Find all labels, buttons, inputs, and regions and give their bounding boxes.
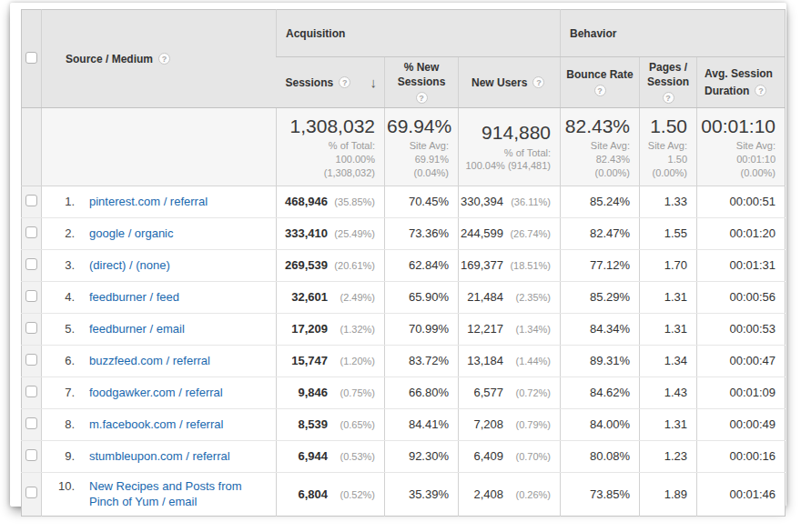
avg-duration-cell: 00:01:46 xyxy=(697,472,786,516)
summary-row: 1,308,032 % of Total: 100.00% (1,308,032… xyxy=(22,108,786,186)
row-checkbox[interactable] xyxy=(25,258,37,270)
sessions-value: 6,944 xyxy=(298,449,328,463)
sessions-cell: 6,804(0.52%) xyxy=(277,472,385,516)
new-sessions-cell: 66.80% xyxy=(385,376,459,408)
help-icon[interactable]: ? xyxy=(594,85,606,96)
new-users-value: 6,577 xyxy=(473,386,503,399)
sessions-value: 32,601 xyxy=(291,290,328,304)
row-rank: 9. xyxy=(53,448,75,465)
column-label: Sessions xyxy=(286,76,334,89)
help-icon[interactable]: ? xyxy=(416,92,428,104)
select-all-checkbox[interactable] xyxy=(25,52,37,64)
summary-subtext: Site Avg: xyxy=(387,139,449,153)
row-checkbox-cell xyxy=(22,313,42,345)
row-rank: 6. xyxy=(53,353,75,369)
group-header-behavior: Behavior xyxy=(561,10,786,57)
new-sessions-cell: 73.36% xyxy=(385,217,459,249)
source-medium-link[interactable]: feedburner / feed xyxy=(89,289,179,306)
row-checkbox[interactable] xyxy=(25,449,37,461)
column-header-source-medium[interactable]: Source / Medium? xyxy=(42,10,277,108)
sessions-percent: (1.20%) xyxy=(328,356,375,366)
column-label: New Users xyxy=(471,76,527,89)
row-rank: 7. xyxy=(53,385,75,401)
bounce-rate-cell: 84.62% xyxy=(561,376,640,408)
sessions-value: 9,846 xyxy=(298,386,328,399)
new-users-percent: (18.51%) xyxy=(503,260,551,271)
table-row: 2. google / organic 333,410(25.49%) 73.3… xyxy=(22,217,786,249)
column-header-new-sessions[interactable]: % New Sessions ? xyxy=(385,57,459,108)
new-users-value: 7,208 xyxy=(473,417,503,431)
source-medium-link[interactable]: buzzfeed.com / referral xyxy=(89,353,210,369)
row-checkbox-cell xyxy=(22,472,42,516)
avg-duration-cell: 00:00:49 xyxy=(697,408,786,440)
bounce-rate-cell: 85.24% xyxy=(561,186,640,217)
source-medium-link[interactable]: New Recipes and Posts from Pinch of Yum … xyxy=(89,478,270,510)
new-sessions-cell: 84.41% xyxy=(385,408,459,440)
sessions-percent: (0.65%) xyxy=(328,419,375,430)
sessions-percent: (0.53%) xyxy=(328,451,375,462)
help-icon[interactable]: ? xyxy=(532,76,544,88)
column-header-pages-session[interactable]: Pages / Session ? xyxy=(640,57,697,108)
group-header-acquisition: Acquisition xyxy=(277,10,561,57)
sessions-percent: (0.52%) xyxy=(328,489,375,500)
column-label: Bounce Rate xyxy=(566,68,633,83)
report-table-panel: Source / Medium? Acquisition Behavior Se… xyxy=(10,3,786,507)
source-medium-cell: 6. buzzfeed.com / referral xyxy=(42,345,277,376)
row-checkbox[interactable] xyxy=(25,195,37,206)
source-medium-link[interactable]: foodgawker.com / referral xyxy=(89,385,223,401)
help-icon[interactable]: ? xyxy=(158,53,170,65)
table-row: 6. buzzfeed.com / referral 15,747(1.20%)… xyxy=(22,345,786,376)
summary-subtext: 82.43% xyxy=(563,153,630,166)
avg-duration-cell: 00:00:56 xyxy=(697,281,786,313)
sessions-value: 6,804 xyxy=(298,487,328,501)
bounce-rate-cell: 80.08% xyxy=(561,440,640,472)
column-header-bounce-rate[interactable]: Bounce Rate ? xyxy=(561,57,640,108)
table-row: 3. (direct) / (none) 269,539(20.61%) 62.… xyxy=(22,249,786,281)
row-checkbox[interactable] xyxy=(25,417,37,429)
row-checkbox[interactable] xyxy=(25,487,37,498)
source-medium-link[interactable]: feedburner / email xyxy=(89,321,185,337)
source-medium-link[interactable]: pinterest.com / referral xyxy=(89,194,208,210)
group-header-row: Source / Medium? Acquisition Behavior xyxy=(22,10,786,57)
row-rank: 5. xyxy=(53,321,75,337)
avg-duration-cell: 00:01:09 xyxy=(697,376,786,408)
summary-pages-session: 1.50 Site Avg: 1.50 (0.00%) xyxy=(640,108,697,186)
new-users-percent: (0.26%) xyxy=(503,489,551,500)
table-body: 1,308,032 % of Total: 100.00% (1,308,032… xyxy=(22,108,786,517)
help-icon[interactable]: ? xyxy=(339,76,350,88)
column-header-avg-session-duration[interactable]: Avg. Session Duration? xyxy=(697,57,786,108)
dimension-header-label: Source / Medium xyxy=(66,53,153,65)
source-medium-link[interactable]: stumbleupon.com / referral xyxy=(89,448,230,465)
row-checkbox[interactable] xyxy=(25,386,37,397)
table-row: 9. stumbleupon.com / referral 6,944(0.53… xyxy=(22,440,786,472)
help-icon[interactable]: ? xyxy=(663,92,674,104)
new-users-percent: (36.11%) xyxy=(503,196,551,207)
summary-subtext: 69.91% xyxy=(387,153,449,166)
column-header-sessions[interactable]: Sessions? ↓ xyxy=(277,57,385,108)
row-checkbox[interactable] xyxy=(25,290,37,302)
table-row: 4. feedburner / feed 32,601(2.49%) 65.90… xyxy=(22,281,786,313)
column-label: % New Sessions xyxy=(385,61,458,89)
row-checkbox[interactable] xyxy=(25,322,37,334)
new-sessions-cell: 62.84% xyxy=(385,249,459,281)
column-header-new-users[interactable]: New Users? xyxy=(459,57,561,108)
sessions-cell: 8,539(0.65%) xyxy=(277,408,385,440)
source-medium-cell: 2. google / organic xyxy=(42,217,277,249)
sessions-value: 333,410 xyxy=(285,226,328,240)
pages-session-cell: 1.70 xyxy=(640,249,697,281)
row-rank: 1. xyxy=(53,194,75,210)
new-users-cell: 12,217(1.34%) xyxy=(459,313,561,345)
new-users-cell: 13,184(1.44%) xyxy=(459,345,561,376)
row-checkbox[interactable] xyxy=(25,226,37,238)
new-sessions-cell: 70.45% xyxy=(385,186,459,217)
source-medium-link[interactable]: google / organic xyxy=(89,226,174,242)
help-icon[interactable]: ? xyxy=(755,85,766,96)
new-users-value: 169,377 xyxy=(461,258,503,272)
sessions-percent: (1.32%) xyxy=(328,324,375,335)
new-users-value: 6,409 xyxy=(473,449,503,463)
source-medium-link[interactable]: (direct) / (none) xyxy=(89,257,170,274)
row-checkbox[interactable] xyxy=(25,354,37,366)
source-medium-link[interactable]: m.facebook.com / referral xyxy=(89,417,223,433)
row-rank: 4. xyxy=(53,289,75,306)
sort-descending-icon[interactable]: ↓ xyxy=(370,75,378,90)
